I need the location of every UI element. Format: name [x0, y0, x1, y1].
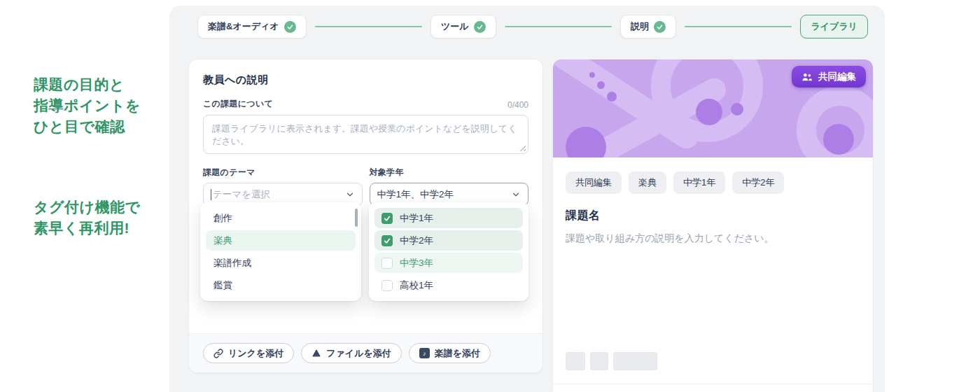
skeleton-block — [566, 352, 585, 370]
check-circle-icon — [284, 21, 296, 33]
step-label: ツール — [441, 20, 469, 33]
tag-chu2: 中学2年 — [732, 172, 784, 194]
collab-badge-label: 共同編集 — [818, 71, 856, 83]
theme-placeholder: テーマを選択 — [211, 188, 345, 201]
checkbox-unchecked-icon[interactable] — [382, 280, 393, 291]
stepper-connector — [315, 26, 422, 27]
grade-option-label: 中学1年 — [400, 212, 433, 225]
tags-row: 共同編集 楽典 中学1年 中学2年 — [566, 172, 860, 194]
attach-file-button[interactable]: ファイルを添付 — [301, 343, 402, 363]
cover-shape — [589, 72, 595, 78]
grade-option-chu2[interactable]: 中学2年 — [374, 230, 523, 251]
tag-chu1: 中学1年 — [673, 172, 725, 194]
stepper: 楽譜&オーディオ ツール 説明 ライブラリ — [197, 14, 868, 39]
score-icon: ♪ — [419, 348, 430, 358]
stepper-connector — [685, 26, 792, 27]
cover-shape — [607, 92, 617, 102]
side-note-line: ひと目で確認 — [34, 116, 181, 137]
chevron-down-icon — [511, 190, 521, 200]
char-counter: 0/400 — [507, 100, 528, 110]
chevron-down-icon — [345, 190, 355, 200]
drive-icon — [312, 349, 321, 358]
tag-gakuten: 楽典 — [629, 172, 666, 194]
side-note-line: 課題の目的と — [34, 74, 181, 95]
scrollbar[interactable] — [355, 209, 358, 227]
assignment-name-heading: 課題名 — [566, 209, 860, 223]
skeleton-block — [613, 352, 657, 370]
attachment-bar: リンクを添付 ファイルを添付 ♪ 楽譜を添付 — [189, 333, 542, 372]
theme-placeholder-text: テーマを選択 — [213, 188, 270, 201]
tag-collab: 共同編集 — [566, 172, 622, 194]
checkbox-checked-icon[interactable] — [382, 235, 393, 246]
skeleton-block — [590, 352, 608, 370]
grade-option-chu3[interactable]: 中学3年 — [374, 253, 523, 273]
people-icon — [802, 72, 813, 82]
side-note-purpose: 課題の目的と 指導ポイントを ひと目で確認 — [34, 74, 181, 137]
grade-option-chu1[interactable]: 中学1年 — [374, 208, 523, 228]
resize-grip-icon[interactable] — [519, 145, 526, 151]
cover-shape — [823, 124, 854, 155]
step-score-audio[interactable]: 楽譜&オーディオ — [197, 15, 307, 38]
collab-badge: 共同編集 — [792, 66, 866, 88]
text-cursor — [211, 189, 211, 200]
divider — [553, 384, 873, 384]
card-title: 教員への説明 — [203, 74, 528, 87]
step-label: ライブラリ — [811, 20, 858, 33]
grade-label: 対象学年 — [370, 167, 529, 178]
grade-option-label: 中学3年 — [400, 257, 433, 270]
cover-shape — [597, 81, 605, 89]
side-note-line: 指導ポイントを — [34, 95, 181, 116]
attach-score-button[interactable]: ♪ 楽譜を添付 — [409, 343, 491, 363]
cover-shape — [731, 103, 743, 115]
grade-dropdown: 中学1年 中学2年 中学3年 高校1年 — [369, 202, 528, 301]
step-description[interactable]: 説明 — [620, 15, 676, 38]
theme-option-gakufusakusei[interactable]: 楽譜作成 — [206, 253, 356, 273]
skeleton-row — [566, 352, 657, 370]
grade-option-kou1[interactable]: 高校1年 — [374, 275, 523, 295]
page: 楽譜&オーディオ ツール 説明 ライブラリ 課題の目的と 指導ポイントを ひと目… — [0, 0, 980, 392]
cover-shape — [566, 127, 606, 158]
side-note-line: タグ付け機能で — [34, 197, 181, 218]
about-textarea[interactable]: 課題ライブラリに表示されます。課題や授業のポイントなどを説明してください。 — [203, 115, 528, 154]
side-note-line: 素早く再利用! — [34, 218, 181, 239]
textarea-placeholder: 課題ライブラリに表示されます。課題や授業のポイントなどを説明してください。 — [212, 122, 519, 148]
attach-link-button[interactable]: リンクを添付 — [203, 343, 294, 363]
step-label: 楽譜&オーディオ — [208, 20, 279, 33]
step-library[interactable]: ライブラリ — [800, 15, 868, 38]
theme-option-kanshou[interactable]: 鑑賞 — [206, 275, 356, 295]
about-label: この課題について — [203, 98, 273, 110]
grade-option-label: 高校1年 — [400, 279, 433, 292]
grade-option-label: 中学2年 — [400, 234, 433, 247]
link-icon — [214, 349, 223, 358]
check-circle-icon — [654, 21, 666, 33]
grade-value: 中学1年、中学2年 — [377, 188, 512, 201]
checkbox-unchecked-icon[interactable] — [382, 258, 393, 269]
cover-shape — [696, 99, 722, 125]
attach-link-label: リンクを添付 — [228, 347, 284, 360]
attach-score-label: 楽譜を添付 — [435, 347, 480, 360]
checkbox-checked-icon[interactable] — [382, 213, 393, 224]
assignment-description-placeholder: 課題や取り組み方の説明を入力してください。 — [566, 232, 860, 245]
side-note-tagging: タグ付け機能で 素早く再利用! — [34, 197, 181, 239]
step-label: 説明 — [631, 20, 649, 33]
step-tools[interactable]: ツール — [430, 15, 496, 38]
theme-option-sousaku[interactable]: 創作 — [206, 208, 356, 228]
attach-file-label: ファイルを添付 — [326, 347, 391, 360]
check-circle-icon — [474, 21, 486, 33]
theme-dropdown: 創作 楽典 楽譜作成 鑑賞 — [200, 202, 361, 301]
theme-option-gakuten[interactable]: 楽典 — [206, 230, 356, 251]
library-preview-card: 共同編集 共同編集 楽典 中学1年 中学2年 課題名 課題や取り組み方の説明を入… — [553, 59, 873, 392]
stepper-connector — [505, 26, 612, 27]
theme-label: 課題のテーマ — [203, 167, 363, 178]
